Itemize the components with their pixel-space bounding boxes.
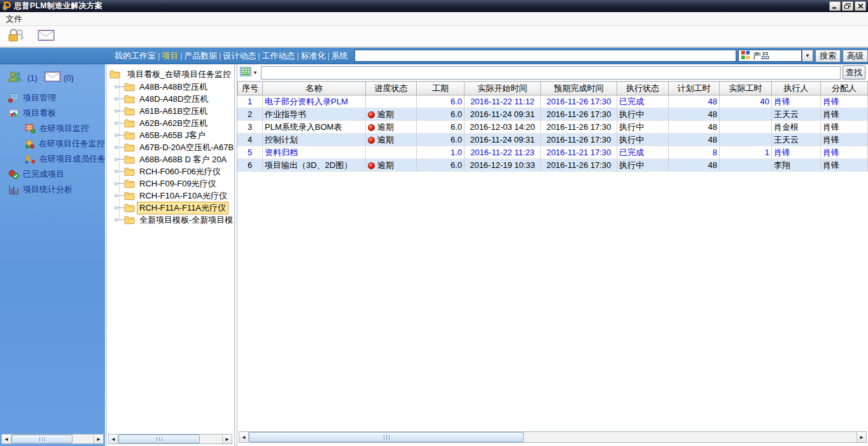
cell-duration[interactable]: 6.0 (417, 134, 465, 146)
column-header-进度状态[interactable]: 进度状态 (366, 81, 417, 95)
mail-envelope-icon[interactable] (45, 71, 60, 84)
table-row[interactable]: 3PLM系统录入BOM表逾期6.02016-12-03 14:202016-11… (237, 121, 868, 134)
column-header-实际开始时间[interactable]: 实际开始时间 (465, 81, 541, 95)
column-header-执行人[interactable]: 执行人 (772, 81, 821, 95)
expand-handle-icon[interactable] (115, 218, 124, 221)
cell-name[interactable]: 控制计划 (263, 134, 366, 146)
advanced-search-button[interactable]: 高级 (843, 50, 868, 62)
cell-executor[interactable]: 肖锋 (772, 146, 821, 159)
cell-planned_hours[interactable]: 48 (669, 121, 720, 134)
cell-executor[interactable]: 李翔 (772, 159, 821, 172)
cell-progress_status[interactable]: 逾期 (366, 134, 417, 146)
cell-progress_status[interactable]: 逾期 (366, 108, 417, 121)
cell-actual_start[interactable]: 2016-11-22 11:12 (465, 95, 541, 108)
cell-expected_finish[interactable]: 2016-11-21 17:30 (541, 146, 617, 159)
table-row[interactable]: 1电子部分资料入录PLM6.02016-11-22 11:122016-11-2… (237, 95, 868, 108)
tab-设计动态[interactable]: 设计动态 (221, 50, 257, 62)
cell-assigner[interactable]: 肖锋 (821, 121, 868, 134)
scrollbar-thumb[interactable] (118, 435, 200, 443)
cell-name[interactable]: 项目输出（3D、2D图） (263, 159, 366, 172)
scroll-right-arrow-icon[interactable]: ► (222, 435, 232, 443)
cell-seq[interactable]: 2 (237, 108, 263, 121)
cell-duration[interactable]: 6.0 (417, 108, 465, 121)
scrollbar-track[interactable] (200, 435, 222, 443)
expand-handle-icon[interactable] (115, 182, 124, 185)
cell-planned_hours[interactable]: 48 (669, 159, 720, 172)
cell-executor[interactable]: 肖金根 (772, 121, 821, 134)
tree-node-RCH-F10A-F10A光疗仪[interactable]: RCH-F10A-F10A光疗仪 (115, 190, 234, 202)
tree-node-A61B-A61B空压机[interactable]: A61B-A61B空压机 (115, 105, 234, 117)
tree-node-RCH-F11A-F11A光疗仪[interactable]: RCH-F11A-F11A光疗仪 (115, 202, 234, 214)
cell-progress_status[interactable]: 逾期 (366, 159, 417, 172)
tab-标准化[interactable]: 标准化 (300, 50, 327, 62)
cell-progress_status[interactable] (366, 146, 417, 159)
cell-actual_start[interactable]: 2016-11-24 09:31 (465, 108, 541, 121)
column-header-执行状态[interactable]: 执行状态 (617, 81, 669, 95)
sidebar-hscrollbar[interactable]: ◄ ► (1, 434, 104, 444)
table-row[interactable]: 2作业指导书逾期6.02016-11-24 09:312016-11-26 17… (237, 108, 868, 121)
cell-name[interactable]: 作业指导书 (263, 108, 366, 121)
tab-项目[interactable]: 项目 (160, 50, 179, 62)
cell-name[interactable]: 电子部分资料入录PLM (263, 95, 366, 108)
cell-assigner[interactable]: 肖锋 (821, 159, 868, 172)
cell-assigner[interactable]: 肖锋 (821, 108, 868, 121)
sidebar-item-项目看板[interactable]: 项目看板 (0, 106, 105, 121)
expand-handle-icon[interactable] (115, 122, 124, 125)
cell-exec_status[interactable]: 执行中 (617, 159, 669, 172)
tree-node-全新项目模板-全新项目模板[interactable]: 全新项目模板-全新项目模板 (115, 214, 234, 226)
expand-handle-icon[interactable] (115, 206, 124, 209)
mail-count[interactable]: (0) (64, 73, 74, 83)
sidebar-item-在研项目监控[interactable]: 在研项目监控 (0, 121, 105, 136)
cell-planned_hours[interactable]: 48 (669, 108, 720, 121)
table-filter-input[interactable] (261, 66, 841, 80)
tree-node-A68B-A68B D 客户 20A[interactable]: A68B-A68B D 客户 20A (115, 153, 234, 165)
cell-actual_hours[interactable] (720, 134, 772, 146)
column-header-计划工时[interactable]: 计划工时 (669, 81, 720, 95)
cell-actual_start[interactable]: 2016-12-03 14:20 (465, 121, 541, 134)
find-button[interactable]: 查找 (843, 66, 865, 80)
search-button[interactable]: 搜索 (815, 50, 841, 62)
column-header-名称[interactable]: 名称 (263, 81, 366, 95)
cell-actual_start[interactable]: 2016-11-22 11:23 (465, 146, 541, 159)
cell-executor[interactable]: 王天云 (772, 108, 821, 121)
expand-handle-icon[interactable] (115, 134, 124, 137)
table-row[interactable]: 6项目输出（3D、2D图）逾期6.02016-12-19 10:332016-1… (237, 159, 868, 172)
expand-handle-icon[interactable] (115, 109, 124, 113)
cell-actual_hours[interactable] (720, 159, 772, 172)
cell-duration[interactable]: 1.0 (417, 146, 465, 159)
cell-name[interactable]: 资料归档 (263, 146, 366, 159)
cell-exec_status[interactable]: 执行中 (617, 121, 669, 134)
tab-工作动态[interactable]: 工作动态 (261, 50, 297, 62)
cell-assigner[interactable]: 肖锋 (821, 95, 868, 108)
window-minimize-button[interactable] (829, 1, 841, 11)
users-icon[interactable] (8, 71, 24, 84)
tab-我的工作室[interactable]: 我的工作室 (113, 50, 157, 62)
tree-node-A62B-A62B空压机[interactable]: A62B-A62B空压机 (115, 117, 234, 129)
column-header-预期完成时间[interactable]: 预期完成时间 (541, 81, 617, 95)
expand-handle-icon[interactable] (115, 158, 124, 161)
cell-expected_finish[interactable]: 2016-11-26 17:30 (541, 121, 617, 134)
scrollbar-thumb[interactable] (11, 435, 73, 443)
scrollbar-track[interactable] (524, 432, 857, 442)
sidebar-item-在研项目成员任务监[interactable]: 在研项目成员任务监 (0, 151, 105, 167)
cell-seq[interactable]: 5 (237, 146, 263, 159)
cell-seq[interactable]: 3 (237, 121, 263, 134)
sidebar-item-已完成项目[interactable]: 已完成项目 (0, 167, 105, 182)
cell-actual_hours[interactable]: 40 (720, 95, 772, 108)
column-header-序号[interactable]: 序号 (237, 81, 263, 95)
column-header-工期[interactable]: 工期 (417, 81, 465, 95)
cell-seq[interactable]: 6 (237, 159, 263, 172)
window-close-button[interactable] (855, 1, 866, 11)
expand-handle-icon[interactable] (115, 85, 124, 88)
scrollbar-thumb[interactable] (249, 432, 524, 442)
window-restore-button[interactable] (842, 1, 853, 11)
table-row[interactable]: 5资料归档1.02016-11-22 11:232016-11-21 17:30… (237, 146, 868, 159)
tree-node-A48D-A48D空压机[interactable]: A48D-A48D空压机 (115, 93, 234, 105)
cell-seq[interactable]: 1 (237, 95, 263, 108)
column-header-分配人[interactable]: 分配人 (821, 81, 868, 95)
global-search-input[interactable] (354, 50, 736, 62)
table-hscrollbar[interactable]: ◄ ► (239, 431, 867, 443)
column-header-实际工时[interactable]: 实际工时 (720, 81, 772, 95)
mail-envelope-button[interactable] (36, 27, 56, 45)
tree-node-RCH-F09-F09光疗仪[interactable]: RCH-F09-F09光疗仪 (115, 178, 234, 190)
